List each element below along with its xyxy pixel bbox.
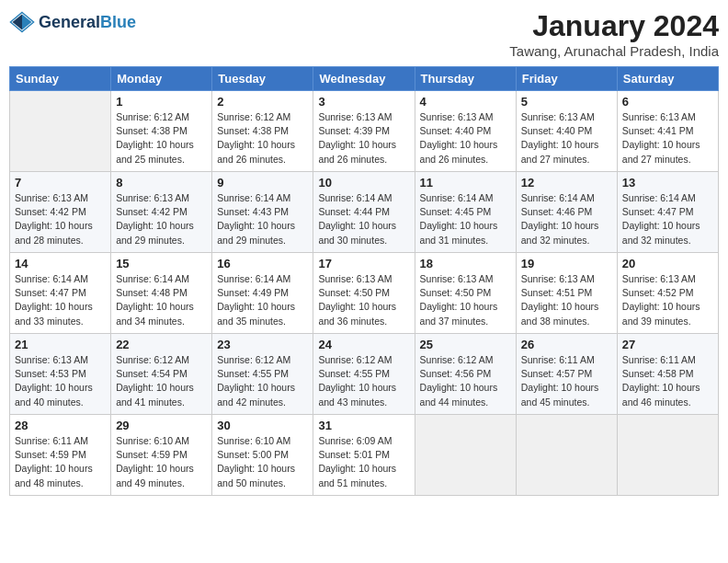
day-info: Sunrise: 6:14 AMSunset: 4:48 PMDaylight:… (116, 272, 207, 328)
day-info: Sunrise: 6:13 AMSunset: 4:39 PMDaylight:… (318, 110, 409, 167)
calendar-cell: 5Sunrise: 6:13 AMSunset: 4:40 PMDaylight… (516, 91, 617, 172)
weekday-header-saturday: Saturday (617, 67, 718, 91)
day-info: Sunrise: 6:14 AMSunset: 4:47 PMDaylight:… (622, 191, 713, 247)
day-info: Sunrise: 6:12 AMSunset: 4:38 PMDaylight:… (116, 110, 207, 167)
calendar-cell: 6Sunrise: 6:13 AMSunset: 4:41 PMDaylight… (617, 91, 718, 172)
day-number: 9 (217, 176, 308, 190)
day-number: 26 (521, 338, 612, 351)
day-number: 23 (217, 338, 308, 351)
day-number: 28 (15, 419, 106, 432)
day-number: 12 (521, 176, 612, 190)
day-number: 29 (116, 419, 207, 432)
calendar-cell: 25Sunrise: 6:12 AMSunset: 4:56 PMDayligh… (415, 334, 516, 415)
day-info: Sunrise: 6:11 AMSunset: 4:58 PMDaylight:… (622, 353, 713, 409)
day-info: Sunrise: 6:13 AMSunset: 4:40 PMDaylight:… (521, 110, 612, 167)
logo-text: GeneralBlue (39, 13, 136, 32)
calendar-cell: 2Sunrise: 6:12 AMSunset: 4:38 PMDaylight… (212, 91, 313, 172)
day-info: Sunrise: 6:11 AMSunset: 4:59 PMDaylight:… (15, 434, 106, 490)
calendar-cell: 12Sunrise: 6:14 AMSunset: 4:46 PMDayligh… (516, 172, 617, 253)
calendar-cell (10, 91, 111, 172)
day-number: 19 (521, 257, 612, 270)
day-number: 21 (15, 338, 106, 351)
day-number: 3 (318, 95, 409, 109)
weekday-header-monday: Monday (111, 67, 212, 91)
day-info: Sunrise: 6:13 AMSunset: 4:42 PMDaylight:… (15, 191, 106, 247)
day-number: 25 (420, 338, 511, 351)
day-info: Sunrise: 6:10 AMSunset: 4:59 PMDaylight:… (116, 434, 207, 490)
calendar-cell: 11Sunrise: 6:14 AMSunset: 4:45 PMDayligh… (415, 172, 516, 253)
calendar-cell: 31Sunrise: 6:09 AMSunset: 5:01 PMDayligh… (313, 415, 415, 496)
calendar-cell: 13Sunrise: 6:14 AMSunset: 4:47 PMDayligh… (617, 172, 718, 253)
calendar-cell: 18Sunrise: 6:13 AMSunset: 4:50 PMDayligh… (415, 253, 516, 334)
calendar-cell: 21Sunrise: 6:13 AMSunset: 4:53 PMDayligh… (10, 334, 111, 415)
day-info: Sunrise: 6:13 AMSunset: 4:42 PMDaylight:… (116, 191, 207, 247)
day-number: 6 (622, 95, 713, 109)
calendar-cell: 15Sunrise: 6:14 AMSunset: 4:48 PMDayligh… (111, 253, 212, 334)
day-info: Sunrise: 6:12 AMSunset: 4:56 PMDaylight:… (420, 353, 511, 409)
calendar-cell: 24Sunrise: 6:12 AMSunset: 4:55 PMDayligh… (313, 334, 415, 415)
week-row-1: 1Sunrise: 6:12 AMSunset: 4:38 PMDaylight… (10, 91, 719, 172)
day-info: Sunrise: 6:12 AMSunset: 4:55 PMDaylight:… (217, 353, 308, 409)
calendar-cell: 20Sunrise: 6:13 AMSunset: 4:52 PMDayligh… (617, 253, 718, 334)
calendar-cell: 14Sunrise: 6:14 AMSunset: 4:47 PMDayligh… (10, 253, 111, 334)
calendar-cell: 22Sunrise: 6:12 AMSunset: 4:54 PMDayligh… (111, 334, 212, 415)
calendar-cell: 8Sunrise: 6:13 AMSunset: 4:42 PMDaylight… (111, 172, 212, 253)
calendar-cell: 26Sunrise: 6:11 AMSunset: 4:57 PMDayligh… (516, 334, 617, 415)
calendar-cell: 19Sunrise: 6:13 AMSunset: 4:51 PMDayligh… (516, 253, 617, 334)
day-number: 20 (622, 257, 713, 270)
day-number: 30 (217, 419, 308, 432)
week-row-2: 7Sunrise: 6:13 AMSunset: 4:42 PMDaylight… (10, 172, 719, 253)
calendar-cell (415, 415, 516, 496)
day-info: Sunrise: 6:13 AMSunset: 4:52 PMDaylight:… (622, 272, 713, 328)
calendar-table: SundayMondayTuesdayWednesdayThursdayFrid… (9, 66, 719, 496)
calendar-cell: 23Sunrise: 6:12 AMSunset: 4:55 PMDayligh… (212, 334, 313, 415)
calendar-cell: 3Sunrise: 6:13 AMSunset: 4:39 PMDaylight… (313, 91, 415, 172)
day-number: 14 (15, 257, 106, 270)
day-info: Sunrise: 6:14 AMSunset: 4:43 PMDaylight:… (217, 191, 308, 247)
day-info: Sunrise: 6:11 AMSunset: 4:57 PMDaylight:… (521, 353, 612, 409)
weekday-header-row: SundayMondayTuesdayWednesdayThursdayFrid… (10, 67, 719, 91)
day-number: 15 (116, 257, 207, 270)
day-number: 24 (318, 338, 409, 351)
day-number: 18 (420, 257, 511, 270)
weekday-header-sunday: Sunday (10, 67, 111, 91)
day-number: 17 (318, 257, 409, 270)
logo-icon (9, 9, 35, 35)
day-info: Sunrise: 6:14 AMSunset: 4:47 PMDaylight:… (15, 272, 106, 328)
logo: GeneralBlue (9, 9, 136, 35)
day-info: Sunrise: 6:09 AMSunset: 5:01 PMDaylight:… (318, 434, 409, 490)
day-number: 8 (116, 176, 207, 190)
week-row-4: 21Sunrise: 6:13 AMSunset: 4:53 PMDayligh… (10, 334, 719, 415)
day-info: Sunrise: 6:10 AMSunset: 5:00 PMDaylight:… (217, 434, 308, 490)
day-info: Sunrise: 6:13 AMSunset: 4:40 PMDaylight:… (420, 110, 511, 167)
day-number: 22 (116, 338, 207, 351)
day-info: Sunrise: 6:13 AMSunset: 4:50 PMDaylight:… (318, 272, 409, 328)
calendar-cell: 16Sunrise: 6:14 AMSunset: 4:49 PMDayligh… (212, 253, 313, 334)
day-info: Sunrise: 6:13 AMSunset: 4:50 PMDaylight:… (420, 272, 511, 328)
weekday-header-thursday: Thursday (415, 67, 516, 91)
day-number: 5 (521, 95, 612, 109)
day-info: Sunrise: 6:13 AMSunset: 4:41 PMDaylight:… (622, 110, 713, 167)
day-info: Sunrise: 6:14 AMSunset: 4:44 PMDaylight:… (318, 191, 409, 247)
month-title: January 2024 (509, 9, 719, 43)
weekday-header-wednesday: Wednesday (313, 67, 415, 91)
calendar-cell: 10Sunrise: 6:14 AMSunset: 4:44 PMDayligh… (313, 172, 415, 253)
day-number: 27 (622, 338, 713, 351)
calendar-cell: 28Sunrise: 6:11 AMSunset: 4:59 PMDayligh… (10, 415, 111, 496)
day-number: 7 (15, 176, 106, 190)
day-info: Sunrise: 6:13 AMSunset: 4:51 PMDaylight:… (521, 272, 612, 328)
calendar-cell: 1Sunrise: 6:12 AMSunset: 4:38 PMDaylight… (111, 91, 212, 172)
day-number: 16 (217, 257, 308, 270)
calendar-cell: 17Sunrise: 6:13 AMSunset: 4:50 PMDayligh… (313, 253, 415, 334)
day-info: Sunrise: 6:14 AMSunset: 4:45 PMDaylight:… (420, 191, 511, 247)
day-number: 4 (420, 95, 511, 109)
week-row-3: 14Sunrise: 6:14 AMSunset: 4:47 PMDayligh… (10, 253, 719, 334)
weekday-header-tuesday: Tuesday (212, 67, 313, 91)
day-number: 1 (116, 95, 207, 109)
calendar-cell: 29Sunrise: 6:10 AMSunset: 4:59 PMDayligh… (111, 415, 212, 496)
day-number: 10 (318, 176, 409, 190)
weekday-header-friday: Friday (516, 67, 617, 91)
calendar-cell: 30Sunrise: 6:10 AMSunset: 5:00 PMDayligh… (212, 415, 313, 496)
week-row-5: 28Sunrise: 6:11 AMSunset: 4:59 PMDayligh… (10, 415, 719, 496)
calendar-cell (617, 415, 718, 496)
